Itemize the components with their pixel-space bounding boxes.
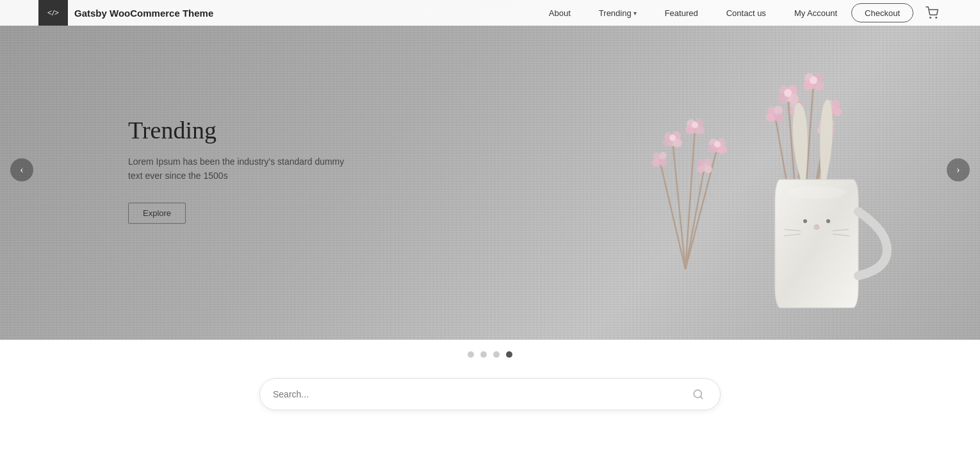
hero-next-arrow[interactable]: › [947,158,970,181]
svg-point-1 [936,17,937,19]
search-icon[interactable] [689,385,707,403]
svg-line-2 [673,141,685,269]
svg-point-81 [814,224,819,228]
hero-image-area [532,0,980,340]
checkout-button[interactable]: Checkout [851,3,913,22]
hero-title: Trending [128,116,359,144]
svg-point-24 [714,141,721,147]
hero-description: Lorem Ipsum has been the industry's stan… [128,154,359,183]
trending-dropdown-arrow: ▾ [633,10,637,17]
search-section [0,365,980,436]
site-header: </> Gatsby WooCommerce Theme About Trend… [0,0,980,26]
svg-point-33 [697,165,705,173]
search-bar [259,378,721,410]
svg-point-52 [810,76,817,84]
svg-point-29 [660,159,667,167]
nav-item-about[interactable]: About [535,0,585,26]
logo-area[interactable]: </> Gatsby WooCommerce Theme [38,0,213,26]
svg-line-5 [660,160,685,269]
svg-point-27 [659,152,667,160]
slide-dot-3[interactable] [493,351,500,358]
logo-title: Gatsby WooCommerce Theme [74,8,213,19]
svg-point-57 [833,107,842,116]
svg-point-0 [930,17,931,19]
hero-illustration [596,0,980,333]
slide-dot-2[interactable] [480,351,487,358]
nav-item-featured[interactable]: Featured [651,0,712,26]
svg-point-12 [669,135,676,141]
svg-point-28 [652,159,660,167]
logo-icon: </> [38,0,68,26]
svg-point-34 [705,165,712,173]
svg-point-79 [803,219,807,223]
cart-icon[interactable] [922,3,942,22]
hero-prev-arrow[interactable]: ‹ [10,158,33,181]
svg-point-46 [784,89,792,97]
svg-point-32 [704,158,712,166]
main-nav: About Trending ▾ Featured Contact us My … [535,0,942,26]
svg-point-62 [775,113,784,122]
svg-point-18 [692,122,698,128]
slide-dot-1[interactable] [468,351,474,358]
explore-button[interactable]: Explore [128,203,186,224]
nav-item-trending[interactable]: Trending ▾ [585,0,651,26]
logo-code-icon: </> [47,8,59,18]
hero-section: Trending Lorem Ipsum has been the indust… [0,0,980,340]
svg-point-74 [788,186,845,199]
slide-dot-4[interactable] [506,351,512,358]
slider-dots [0,340,980,365]
nav-item-account[interactable]: My Account [780,0,851,26]
svg-point-80 [826,219,830,223]
svg-line-83 [700,396,702,398]
nav-item-contact[interactable]: Contact us [712,0,780,26]
svg-point-61 [766,113,775,122]
svg-point-55 [831,99,840,108]
search-input[interactable] [273,389,689,399]
svg-point-60 [774,106,783,115]
hero-content: Trending Lorem Ipsum has been the indust… [128,116,359,224]
